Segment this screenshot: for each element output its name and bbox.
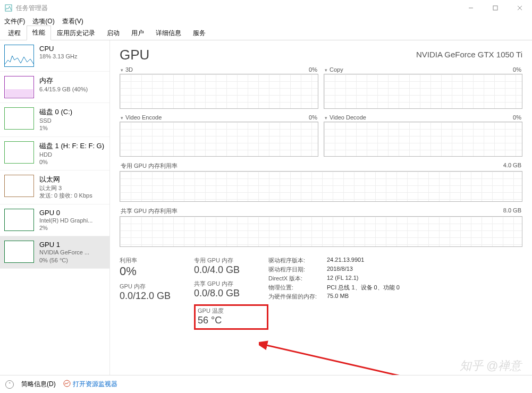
cpu-title: CPU [39,45,78,53]
chart-3d[interactable]: ▾3D0% [120,66,318,109]
disk1-sub2: 0% [39,158,104,166]
chart-venc-max: 0% [309,114,317,121]
driver-version-label: 驱动程序版本: [268,257,327,264]
tab-processes[interactable]: 进程 [2,26,27,40]
chart-3d-max: 0% [309,66,317,73]
brief-info-button[interactable]: 简略信息(D) [21,380,56,389]
chart-3d-label: 3D [125,66,133,73]
footer: ˄ 简略信息(D) 打开资源监视器 [0,375,532,393]
chart-video-encode[interactable]: ▾Video Encode0% [120,114,318,157]
tab-startup[interactable]: 启动 [101,26,125,40]
chart-shared-label: 共享 GPU 内存利用率 [121,207,178,215]
ethernet-thumb-icon [4,175,34,197]
stat-shared-label: 共享 GPU 内存 [194,280,268,288]
svg-point-6 [64,380,70,387]
sidebar-item-disk0[interactable]: 磁盘 0 (C:)SSD1% [0,103,109,137]
eth-sub2: 发送: 0 接收: 0 Kbps [39,192,92,199]
chevron-down-icon: ▾ [121,115,123,121]
gpu-stats: 利用率0% GPU 内存0.0/12.0 GB 专用 GPU 内存0.0/4.0… [120,257,522,330]
stat-temp-label: GPU 温度 [198,307,264,315]
sidebar-item-memory[interactable]: 内存6.4/15.9 GB (40%) [0,72,109,103]
eth-title: 以太网 [39,175,92,184]
gpu-device-name: NVIDIA GeForce GTX 1050 Ti [416,50,522,59]
chart-shared-mem[interactable]: 共享 GPU 内存利用率8.0 GB [120,207,522,247]
resmon-icon [63,380,71,389]
chart-shared-max: 8.0 GB [503,207,521,215]
chevron-down-icon: ▾ [121,67,123,73]
sidebar-item-gpu1[interactable]: GPU 1NVIDIA GeForce ...0% (56 °C) [0,236,109,269]
reserved-value: 75.0 MB [327,293,349,301]
stat-util-label: 利用率 [120,257,194,264]
chart-copy[interactable]: ▾Copy0% [324,66,522,109]
sidebar-item-ethernet[interactable]: 以太网以太网 3发送: 0 接收: 0 Kbps [0,170,109,204]
reserved-label: 为硬件保留的内存: [268,293,327,301]
gpu1-sub1: NVIDIA GeForce ... [39,249,89,256]
sidebar-item-disk1[interactable]: 磁盘 1 (H: F: E: F: G)HDD0% [0,137,109,171]
stat-util-value: 0% [120,264,194,278]
main-panel: GPU NVIDIA GeForce GTX 1050 Ti ▾3D0% ▾Co… [110,40,532,375]
sidebar-item-cpu[interactable]: CPU18% 3.13 GHz [0,40,109,72]
gpu-thumb-icon [4,209,34,231]
gpu1-title: GPU 1 [39,241,89,249]
gpu-temperature-highlight: GPU 温度 56 °C [194,304,268,330]
memory-sub: 6.4/15.9 GB (40%) [39,86,88,93]
chart-video-decode[interactable]: ▾Video Decode0% [324,114,522,157]
tabsbar: 进程 性能 应用历史记录 启动 用户 详细信息 服务 [0,27,532,40]
menu-view[interactable]: 查看(V) [62,17,83,26]
tab-users[interactable]: 用户 [125,26,150,40]
driver-version-value: 24.21.13.9901 [327,257,364,264]
chart-vdec-label: Video Decode [330,114,366,121]
maximize-button[interactable] [483,0,508,16]
menu-options[interactable]: 选项(O) [32,17,54,26]
gpu0-sub1: Intel(R) HD Graphi... [39,217,92,224]
app-icon [4,4,13,12]
gpu1-sub2: 0% (56 °C) [39,257,89,264]
tab-performance[interactable]: 性能 [27,25,51,40]
eth-sub1: 以太网 3 [39,184,92,192]
sidebar-item-gpu0[interactable]: GPU 0Intel(R) HD Graphi...2% [0,204,109,237]
performance-sidebar: CPU18% 3.13 GHz 内存6.4/15.9 GB (40%) 磁盘 0… [0,40,110,375]
directx-value: 12 (FL 12.1) [327,275,359,283]
annotation-arrow-icon [259,335,418,375]
close-button[interactable] [508,0,532,16]
memory-thumb-icon [4,76,34,98]
tab-details[interactable]: 详细信息 [150,26,187,40]
window-title: 任务管理器 [16,4,48,13]
stat-gpumem-label: GPU 内存 [120,283,194,291]
cpu-thumb-icon [4,45,34,67]
chart-venc-label: Video Encode [125,114,162,121]
gpu0-title: GPU 0 [39,209,92,217]
disk0-sub1: SSD [39,117,72,124]
location-label: 物理位置: [268,284,327,292]
memory-title: 内存 [39,76,88,86]
stat-temp-value: 56 °C [198,315,264,326]
chart-copy-max: 0% [513,66,521,73]
chevron-down-icon: ▾ [325,67,327,73]
cpu-sub: 18% 3.13 GHz [39,53,78,60]
tab-services[interactable]: 服务 [187,26,212,40]
stat-dedicated-value: 0.0/4.0 GB [194,264,268,276]
resmon-label: 打开资源监视器 [73,380,117,389]
disk0-title: 磁盘 0 (C:) [39,107,72,117]
menu-file[interactable]: 文件(F) [4,17,25,26]
disk0-sub2: 1% [39,124,72,132]
chart-copy-label: Copy [330,66,343,73]
driver-date-label: 驱动程序日期: [268,266,327,274]
open-resmon-link[interactable]: 打开资源监视器 [63,380,117,389]
chevron-down-icon: ▾ [325,115,327,121]
chart-vdec-max: 0% [513,114,521,121]
minimize-button[interactable] [459,0,483,16]
stat-dedicated-label: 专用 GPU 内存 [194,257,268,264]
tab-app-history[interactable]: 应用历史记录 [51,26,101,40]
gpu0-sub2: 2% [39,224,92,232]
chart-dedicated-mem[interactable]: 专用 GPU 内存利用率4.0 GB [120,162,522,202]
gpu-detail-table: 驱动程序版本:24.21.13.9901 驱动程序日期:2018/8/13 Di… [268,257,400,330]
collapse-icon[interactable]: ˄ [5,380,14,389]
gpu-thumb-icon [4,241,34,263]
svg-rect-2 [493,6,497,10]
directx-label: DirectX 版本: [268,275,327,283]
location-value: PCI 总线 1、设备 0、功能 0 [327,284,400,292]
stat-shared-value: 0.0/8.0 GB [194,288,268,299]
menubar: 文件(F) 选项(O) 查看(V) [0,16,532,27]
disk-thumb-icon [4,107,34,130]
